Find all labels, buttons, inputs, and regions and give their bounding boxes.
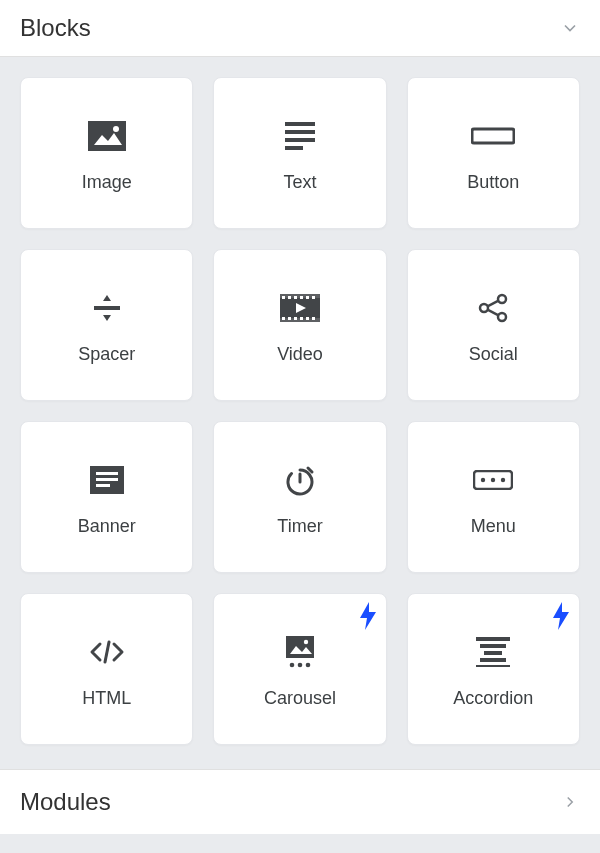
text-icon [278,114,322,158]
svg-rect-53 [484,651,502,655]
svg-rect-24 [306,317,309,320]
block-card-carousel[interactable]: Carousel [213,593,386,745]
blocks-panel: Blocks Image [0,0,600,834]
svg-rect-19 [312,296,315,299]
svg-marker-43 [360,602,376,630]
block-label: Image [82,172,132,193]
block-card-accordion[interactable]: Accordion [407,593,580,745]
block-card-spacer[interactable]: Spacer [20,249,193,401]
block-label: Video [277,344,323,365]
chevron-down-icon [560,18,580,38]
svg-rect-17 [300,296,303,299]
svg-rect-51 [476,637,510,641]
svg-rect-55 [476,665,510,667]
block-card-banner[interactable]: Banner [20,421,193,573]
menu-icon [471,458,515,502]
block-card-image[interactable]: Image [20,77,193,229]
svg-point-48 [298,662,303,667]
svg-point-28 [498,295,506,303]
svg-line-37 [308,468,312,472]
modules-section-header[interactable]: Modules [0,769,600,834]
blocks-grid: Image Text [20,77,580,745]
svg-rect-35 [96,484,110,487]
svg-point-49 [306,662,311,667]
modules-title: Modules [20,788,111,816]
block-label: HTML [82,688,131,709]
svg-rect-22 [294,317,297,320]
lightning-icon [551,602,571,630]
block-card-html[interactable]: HTML [20,593,193,745]
button-icon [471,114,515,158]
block-label: Text [283,172,316,193]
svg-rect-16 [294,296,297,299]
block-label: Banner [78,516,136,537]
svg-point-27 [480,304,488,312]
block-card-video[interactable]: Video [213,249,386,401]
svg-rect-14 [282,296,285,299]
svg-rect-21 [288,317,291,320]
video-icon [278,286,322,330]
block-card-social[interactable]: Social [407,249,580,401]
block-card-text[interactable]: Text [213,77,386,229]
svg-point-47 [290,662,295,667]
svg-line-30 [488,300,499,306]
block-card-timer[interactable]: Timer [213,421,386,573]
block-card-button[interactable]: Button [407,77,580,229]
banner-icon [85,458,129,502]
svg-rect-7 [472,129,514,143]
block-label: Button [467,172,519,193]
carousel-icon [278,630,322,674]
svg-rect-33 [96,472,118,475]
svg-point-2 [113,126,119,132]
chevron-right-icon [560,792,580,812]
svg-rect-15 [288,296,291,299]
image-icon [85,114,129,158]
svg-point-39 [481,477,485,481]
block-card-menu[interactable]: Menu [407,421,580,573]
svg-rect-44 [286,636,314,658]
blocks-grid-area: Image Text [0,57,600,769]
accordion-icon [471,630,515,674]
svg-line-42 [105,642,109,662]
svg-point-40 [491,477,495,481]
svg-rect-4 [285,130,315,134]
svg-line-31 [488,309,499,315]
svg-rect-3 [285,122,315,126]
svg-point-41 [501,477,505,481]
block-label: Accordion [453,688,533,709]
svg-rect-34 [96,478,118,481]
block-label: Spacer [78,344,135,365]
svg-rect-5 [285,138,315,142]
lightning-icon [358,602,378,630]
svg-point-29 [498,313,506,321]
svg-rect-6 [285,146,303,150]
svg-point-46 [304,639,308,643]
svg-marker-9 [103,295,111,301]
svg-rect-20 [282,317,285,320]
html-icon [85,630,129,674]
svg-marker-50 [553,602,569,630]
block-label: Carousel [264,688,336,709]
svg-rect-18 [306,296,309,299]
block-label: Social [469,344,518,365]
svg-rect-52 [480,644,506,648]
social-icon [471,286,515,330]
timer-icon [278,458,322,502]
block-label: Menu [471,516,516,537]
block-label: Timer [277,516,322,537]
svg-rect-23 [300,317,303,320]
svg-rect-8 [94,306,120,310]
svg-marker-10 [103,315,111,321]
svg-rect-0 [88,121,126,151]
blocks-title: Blocks [20,14,91,42]
spacer-icon [85,286,129,330]
blocks-section-header[interactable]: Blocks [0,0,600,57]
svg-rect-54 [480,658,506,662]
svg-rect-25 [312,317,315,320]
